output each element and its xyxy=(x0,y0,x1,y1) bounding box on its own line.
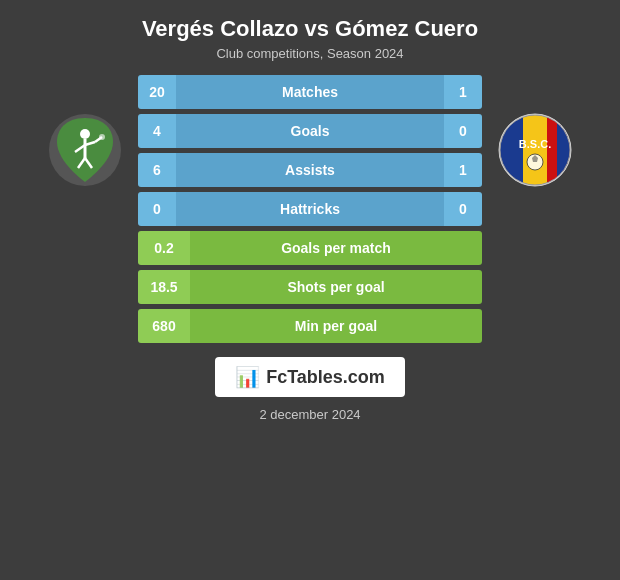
stats-rows: 20Matches14Goals06Assists10Hattricks00.2… xyxy=(130,75,490,343)
stat-left-value: 0.2 xyxy=(138,231,190,265)
stat-label: Goals xyxy=(176,114,444,148)
stat-row-matches: 20Matches1 xyxy=(138,75,482,109)
match-subtitle: Club competitions, Season 2024 xyxy=(216,46,403,61)
fctables-text: FcTables.com xyxy=(266,367,385,388)
stat-left-value: 18.5 xyxy=(138,270,190,304)
fctables-banner: 📊 FcTables.com xyxy=(215,357,405,397)
stat-row-shots-per-goal: 18.5Shots per goal xyxy=(138,270,482,304)
team-logo-right: B.S.C. xyxy=(490,105,580,195)
stat-right-value: 0 xyxy=(444,192,482,226)
stat-label: Min per goal xyxy=(190,309,482,343)
match-title: Vergés Collazo vs Gómez Cuero xyxy=(142,16,478,42)
stat-label: Shots per goal xyxy=(190,270,482,304)
stat-left-value: 6 xyxy=(138,153,176,187)
stat-label: Matches xyxy=(176,75,444,109)
svg-rect-14 xyxy=(557,115,571,185)
main-container: Vergés Collazo vs Gómez Cuero Club compe… xyxy=(0,0,620,580)
stat-right-value: 0 xyxy=(444,114,482,148)
svg-point-1 xyxy=(80,129,90,139)
footer-date: 2 december 2024 xyxy=(259,407,360,422)
stat-right-value: 1 xyxy=(444,75,482,109)
stats-section: 20Matches14Goals06Assists10Hattricks00.2… xyxy=(0,75,620,343)
stat-row-goals-per-match: 0.2Goals per match xyxy=(138,231,482,265)
stat-label: Hattricks xyxy=(176,192,444,226)
stat-label: Assists xyxy=(176,153,444,187)
stat-left-value: 0 xyxy=(138,192,176,226)
stat-row-assists: 6Assists1 xyxy=(138,153,482,187)
team-logo-left xyxy=(40,105,130,195)
stat-left-value: 4 xyxy=(138,114,176,148)
stat-row-goals: 4Goals0 xyxy=(138,114,482,148)
stat-left-value: 680 xyxy=(138,309,190,343)
stat-left-value: 20 xyxy=(138,75,176,109)
stat-row-hattricks: 0Hattricks0 xyxy=(138,192,482,226)
stat-label: Goals per match xyxy=(190,231,482,265)
svg-point-8 xyxy=(99,134,105,140)
svg-text:B.S.C.: B.S.C. xyxy=(519,138,551,150)
fctables-icon: 📊 xyxy=(235,365,260,389)
stat-right-value: 1 xyxy=(444,153,482,187)
svg-rect-12 xyxy=(523,115,547,185)
stat-row-min-per-goal: 680Min per goal xyxy=(138,309,482,343)
